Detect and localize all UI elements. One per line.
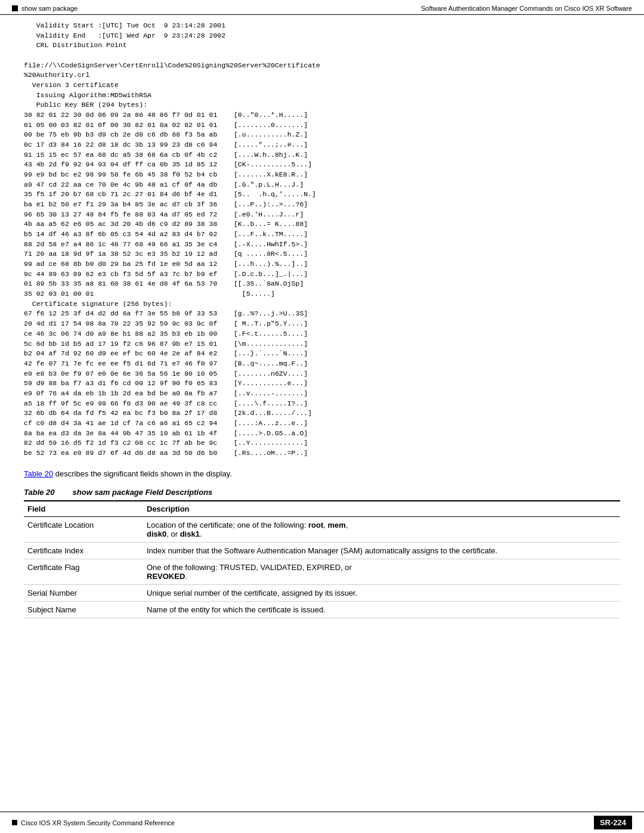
header-title: Software Authentication Manager Commands… [421, 5, 632, 12]
table-link[interactable]: Table 20 [24, 469, 53, 478]
description-cell: Index number that the Software Authentic… [143, 543, 620, 559]
table-ref-line: Table 20 describes the significant field… [24, 468, 620, 480]
table-caption-title: show sam package Field Descriptions [73, 488, 213, 497]
code-block: Validity Start :[UTC] Tue Oct 9 23:14:28… [24, 21, 620, 459]
field-cell: Certificate Index [24, 543, 143, 559]
black-square-icon [12, 5, 18, 11]
footer-label: Cisco IOS XR System Security Command Ref… [21, 819, 175, 826]
description-cell: One of the following: TRUSTED, VALIDATED… [143, 559, 620, 585]
table-row: Subject NameName of the entity for which… [24, 602, 620, 618]
header-left: show sam package [12, 5, 78, 12]
field-cell: Serial Number [24, 585, 143, 602]
page-footer: Cisco IOS XR System Security Command Ref… [0, 812, 644, 833]
table-row: Certificate LocationLocation of the cert… [24, 517, 620, 543]
col-header-field: Field [24, 501, 143, 517]
footer-icon [12, 820, 17, 825]
table-caption-label: Table 20 [24, 488, 55, 497]
table-row: Certificate IndexIndex number that the S… [24, 543, 620, 559]
header-show-sam-label: show sam package [21, 5, 78, 12]
col-header-description: Description [143, 501, 620, 517]
field-cell: Subject Name [24, 602, 143, 618]
page-number: SR-224 [594, 816, 632, 829]
table-row: Certificate FlagOne of the following: TR… [24, 559, 620, 585]
page-header: show sam package Software Authentication… [0, 0, 644, 15]
field-cell: Certificate Location [24, 517, 143, 543]
description-cell: Unique serial number of the certificate,… [143, 585, 620, 602]
description-cell: Name of the entity for which the certifi… [143, 602, 620, 618]
table-ref-rest: describes the significant fields shown i… [53, 469, 232, 478]
main-content: Validity Start :[UTC] Tue Oct 9 23:14:28… [0, 15, 644, 630]
table-caption-row: Table 20 show sam package Field Descript… [24, 488, 620, 497]
footer-left: Cisco IOS XR System Security Command Ref… [12, 819, 175, 826]
description-cell: Location of the certificate; one of the … [143, 517, 620, 543]
table-header-row: Field Description [24, 501, 620, 517]
field-description-table: Field Description Certificate LocationLo… [24, 500, 620, 618]
field-cell: Certificate Flag [24, 559, 143, 585]
table-row: Serial NumberUnique serial number of the… [24, 585, 620, 602]
header-icon-square: show sam package [12, 5, 78, 12]
